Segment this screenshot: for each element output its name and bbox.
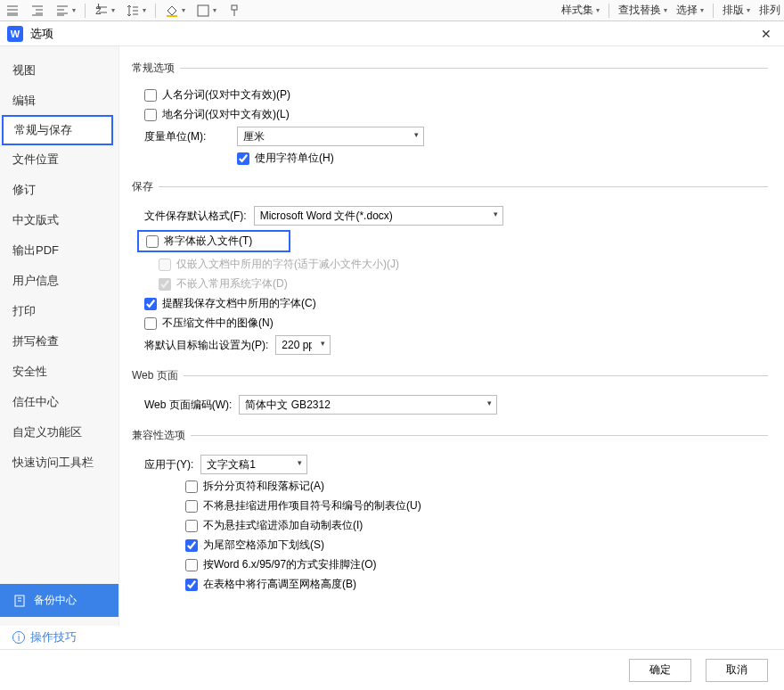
paint-bucket-icon [165,4,179,18]
checkbox-remind-font[interactable]: 提醒我保存文档中所用的字体(C) [144,296,316,311]
ppi-select[interactable]: 220 ppi [275,335,331,355]
checkbox-embed-font[interactable]: 将字体嵌入文件(T) [146,234,252,249]
separator [608,4,609,18]
options-sidebar: 视图 编辑 常规与保存 文件位置 修订 中文版式 输出PDF 用户信息 打印 拼… [0,46,119,626]
svg-rect-3 [198,5,208,16]
checkbox-place-seg[interactable]: 地名分词(仅对中文有效)(L) [144,107,290,122]
checkbox-use-char-unit[interactable]: 使用字符单位(H) [237,151,334,166]
checkbox-compat-4[interactable]: 按Word 6.x/95/97的方式安排脚注(O) [185,557,376,572]
indent-decrease-button[interactable] [2,2,23,20]
section-general: 常规选项 人名分词(仅对中文有效)(P) 地名分词(仅对中文有效)(L) 度量单… [132,61,768,170]
section-web: Web 页面 Web 页面编码(W): 简体中文 GB2312 [132,368,768,419]
line-spacing-icon [126,4,140,18]
find-replace-menu[interactable]: 查找替换 [617,3,669,18]
separator [85,4,86,18]
style-set-menu[interactable]: 样式集 [559,3,601,18]
sidebar-item-general-save[interactable]: 常规与保存 [2,115,113,145]
sidebar-item-file-location[interactable]: 文件位置 [0,144,118,175]
section-general-legend: 常规选项 [132,61,180,76]
checkbox-compat-1[interactable]: 不将悬挂缩进用作项目符号和编号的制表位(U) [185,498,421,513]
section-save-legend: 保存 [132,179,159,194]
select-menu[interactable]: 选择 [674,3,706,18]
section-save: 保存 文件保存默认格式(F): Microsoft Word 文件(*.docx… [132,179,768,359]
checkbox-embed-used-only: 仅嵌入文档中所用的字符(适于减小文件大小)(J) [159,257,399,272]
cancel-button[interactable]: 取消 [706,659,768,682]
dialog-title: 选项 [30,26,755,42]
section-web-legend: Web 页面 [132,368,184,383]
checkbox-no-compress-img[interactable]: 不压缩文件中的图像(N) [144,316,274,331]
options-main-panel: 常规选项 人名分词(仅对中文有效)(P) 地名分词(仅对中文有效)(L) 度量单… [119,46,784,626]
indent-decrease-icon [5,4,20,18]
checkbox-compat-0[interactable]: 拆分分页符和段落标记(A) [185,479,324,494]
checkbox-compat-2[interactable]: 不为悬挂式缩进添加自动制表位(I) [185,518,363,533]
arrange-menu[interactable]: 排版 [721,3,752,18]
sidebar-item-export-pdf[interactable]: 输出PDF [0,235,118,266]
embed-font-highlight: 将字体嵌入文件(T) [137,230,290,252]
unit-label: 度量单位(M): [144,129,230,144]
separator [713,4,714,18]
checkbox-name-seg[interactable]: 人名分词(仅对中文有效)(P) [144,87,290,103]
sidebar-item-edit[interactable]: 编辑 [0,86,118,116]
default-format-select[interactable]: Microsoft Word 文件(*.docx) [254,206,503,226]
checkbox-compat-5[interactable]: 在表格中将行高调至网格高度(B) [185,577,356,592]
encoding-label: Web 页面编码(W): [144,398,232,413]
sidebar-item-revision[interactable]: 修订 [0,175,118,205]
border-button[interactable] [192,2,220,20]
sidebar-item-cn-layout[interactable]: 中文版式 [0,205,118,235]
tips-bar: i 操作技巧 [0,626,784,649]
svg-rect-4 [232,5,237,10]
ordered-list-icon: 12 [94,4,109,18]
section-compat-legend: 兼容性选项 [132,428,191,443]
checkbox-no-sys-font: 不嵌入常用系统字体(D) [159,276,288,292]
app-icon: W [7,26,23,42]
format-painter-button[interactable] [224,2,245,20]
ppi-label: 将默认目标输出设置为(P): [144,338,268,353]
sidebar-item-customize-ribbon[interactable]: 自定义功能区 [0,417,118,448]
ok-button[interactable]: 确定 [629,659,691,682]
sidebar-item-security[interactable]: 安全性 [0,357,118,387]
backup-center-label: 备份中心 [34,593,77,608]
sidebar-item-trust-center[interactable]: 信任中心 [0,387,118,417]
unit-select[interactable]: 厘米 [237,127,424,146]
svg-rect-2 [167,15,177,17]
sidebar-item-view[interactable]: 视图 [0,55,118,86]
align-button[interactable] [52,2,79,20]
checkbox-compat-3[interactable]: 为尾部空格添加下划线(S) [185,538,324,553]
lightbulb-icon: i [12,631,25,644]
backup-icon [12,594,27,608]
fill-color-button[interactable] [161,2,189,20]
border-icon [196,4,210,18]
svg-text:2: 2 [95,4,102,17]
tips-link[interactable]: 操作技巧 [30,629,77,645]
apply-to-label: 应用于(Y): [144,457,193,472]
encoding-select[interactable]: 简体中文 GB2312 [239,395,497,415]
sidebar-item-quick-access[interactable]: 快速访问工具栏 [0,448,118,478]
close-icon[interactable]: ✕ [755,23,777,45]
arrange2-menu[interactable]: 排列 [757,3,782,18]
sidebar-item-user-info[interactable]: 用户信息 [0,266,118,296]
section-compat: 兼容性选项 应用于(Y): 文字文稿1 拆分分页符和段落标记(A) 不将悬挂缩进… [132,428,768,596]
apply-to-select[interactable]: 文字文稿1 [200,455,307,474]
backup-center-button[interactable]: 备份中心 [0,584,118,617]
format-label: 文件保存默认格式(F): [144,209,247,224]
main-toolbar: 12 样式集 查找替换 选择 排版 排列 [0,0,784,21]
indent-increase-button[interactable] [27,2,48,20]
indent-increase-icon [30,4,45,18]
sidebar-item-spellcheck[interactable]: 拼写检查 [0,326,118,357]
separator [155,4,156,18]
dialog-footer: 确定 取消 [0,649,784,690]
ordered-list-button[interactable]: 12 [91,2,118,20]
line-spacing-button[interactable] [122,2,150,20]
align-left-icon [55,4,69,18]
brush-icon [227,4,241,18]
dialog-titlebar: W 选项 ✕ [0,21,784,46]
sidebar-item-print[interactable]: 打印 [0,296,118,326]
